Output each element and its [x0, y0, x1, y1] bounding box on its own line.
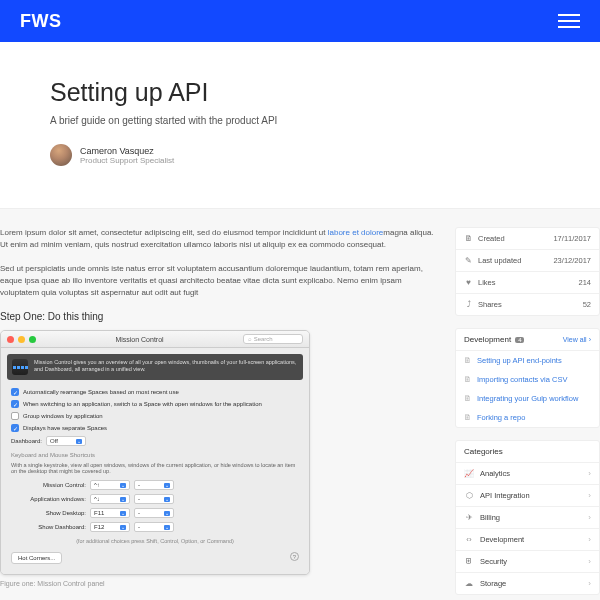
pencil-icon: ✎ — [464, 256, 473, 265]
meta-shares: ⤴Shares 52 — [456, 294, 599, 315]
count-badge: 4 — [515, 337, 524, 343]
shortcut-show-desktop[interactable]: Show Desktop:F11⌄-⌄ — [7, 506, 303, 520]
category-development[interactable]: ‹›Development› — [456, 529, 599, 551]
doc-icon: 🗎 — [464, 375, 472, 384]
hot-corners-button[interactable]: Hot Corners... — [11, 552, 62, 564]
related-card: Development4 View all› 🗎Setting up API e… — [455, 328, 600, 428]
chevron-right-icon: › — [588, 513, 591, 522]
meta-card: 🗎Created 17/11/2017 ✎Last updated 23/12/… — [455, 227, 600, 316]
share-icon: ⤴ — [464, 300, 473, 309]
intro-para-2: Sed ut perspiciatis unde omnis iste natu… — [0, 263, 437, 299]
article-header: Setting up API A brief guide on getting … — [0, 42, 600, 186]
menu-icon[interactable] — [558, 14, 580, 28]
content-area: Lorem ipsum dolor sit amet, consectetur … — [0, 209, 600, 600]
meta-likes: ♥Likes 214 — [456, 272, 599, 294]
search-icon: ⌕ — [248, 336, 252, 342]
checkbox-group-windows[interactable]: Group windows by application — [7, 410, 303, 422]
checkbox-auto-rearrange[interactable]: ✓Automatically rearrange Spaces based on… — [7, 386, 303, 398]
plane-icon: ✈ — [464, 513, 474, 522]
description-banner: Mission Control gives you an overview of… — [7, 354, 303, 380]
checkbox-switch-space[interactable]: ✓When switching to an application, switc… — [7, 398, 303, 410]
doc-icon: 🗎 — [464, 413, 472, 422]
chevron-right-icon: › — [588, 535, 591, 544]
top-header: FWS — [0, 0, 600, 42]
related-heading: Development4 — [464, 335, 524, 344]
figure-caption: Figure one: Mission Control panel — [0, 580, 437, 587]
avatar — [50, 144, 72, 166]
logo[interactable]: FWS — [20, 11, 62, 32]
chevron-right-icon: › — [588, 579, 591, 588]
chevron-right-icon: › — [588, 491, 591, 500]
author-role: Product Support Specialist — [80, 156, 174, 165]
traffic-lights[interactable] — [7, 336, 36, 343]
chevron-right-icon: › — [589, 336, 591, 343]
chart-icon: 📈 — [464, 469, 474, 478]
shortcut-app-windows[interactable]: Application windows:^↓⌄-⌄ — [7, 492, 303, 506]
shortcuts-heading: Keyboard and Mouse Shortcuts — [7, 448, 303, 460]
category-storage[interactable]: ☁Storage› — [456, 573, 599, 594]
mission-control-icon — [12, 359, 28, 375]
related-item[interactable]: 🗎Setting up API end-points — [456, 351, 599, 370]
api-icon: ⬡ — [464, 491, 474, 500]
view-all-link[interactable]: View all› — [563, 336, 591, 343]
shortcut-footnote: (for additional choices press Shift, Con… — [7, 534, 303, 548]
category-billing[interactable]: ✈Billing› — [456, 507, 599, 529]
mac-titlebar: Mission Control ⌕ Search — [1, 331, 309, 348]
dashboard-select[interactable]: Dashboard:Off⌄ — [7, 434, 303, 448]
intro-link[interactable]: labore et dolore — [328, 228, 384, 237]
intro-para-1: Lorem ipsum dolor sit amet, consectetur … — [0, 227, 437, 251]
sidebar: 🗎Created 17/11/2017 ✎Last updated 23/12/… — [455, 227, 600, 600]
search-input[interactable]: ⌕ Search — [243, 334, 303, 344]
category-api[interactable]: ⬡API Integration› — [456, 485, 599, 507]
author-block: Cameron Vasquez Product Support Speciali… — [50, 144, 550, 166]
doc-icon: 🗎 — [464, 356, 472, 365]
step-heading: Step One: Do this thing — [0, 311, 437, 322]
shield-icon: ⛨ — [464, 557, 474, 566]
checkbox-separate-spaces[interactable]: ✓Displays have separate Spaces — [7, 422, 303, 434]
file-icon: 🗎 — [464, 234, 473, 243]
category-analytics[interactable]: 📈Analytics› — [456, 463, 599, 485]
related-item[interactable]: 🗎Integrating your Gulp workflow — [456, 389, 599, 408]
page-subtitle: A brief guide on getting started with th… — [50, 115, 550, 126]
code-icon: ‹› — [464, 535, 474, 544]
mac-window-title: Mission Control — [40, 336, 239, 343]
meta-updated: ✎Last updated 23/12/2017 — [456, 250, 599, 272]
meta-created: 🗎Created 17/11/2017 — [456, 228, 599, 250]
main-column: Lorem ipsum dolor sit amet, consectetur … — [0, 227, 437, 600]
related-item[interactable]: 🗎Forking a repo — [456, 408, 599, 427]
related-item[interactable]: 🗎Importing contacts via CSV — [456, 370, 599, 389]
author-name: Cameron Vasquez — [80, 146, 174, 156]
chevron-right-icon: › — [588, 469, 591, 478]
screenshot-mission-control: Mission Control ⌕ Search Mission Control… — [0, 330, 310, 575]
category-security[interactable]: ⛨Security› — [456, 551, 599, 573]
help-icon[interactable]: ? — [290, 552, 299, 561]
cloud-icon: ☁ — [464, 579, 474, 588]
shortcuts-note: With a single keystroke, view all open w… — [7, 460, 303, 478]
shortcut-show-dashboard[interactable]: Show Dashboard:F12⌄-⌄ — [7, 520, 303, 534]
doc-icon: 🗎 — [464, 394, 472, 403]
categories-card: Categories 📈Analytics› ⬡API Integration›… — [455, 440, 600, 595]
chevron-right-icon: › — [588, 557, 591, 566]
page-title: Setting up API — [50, 78, 550, 107]
heart-icon: ♥ — [464, 278, 473, 287]
shortcut-mission-control[interactable]: Mission Control:^↑⌄-⌄ — [7, 478, 303, 492]
categories-heading: Categories — [456, 441, 599, 463]
